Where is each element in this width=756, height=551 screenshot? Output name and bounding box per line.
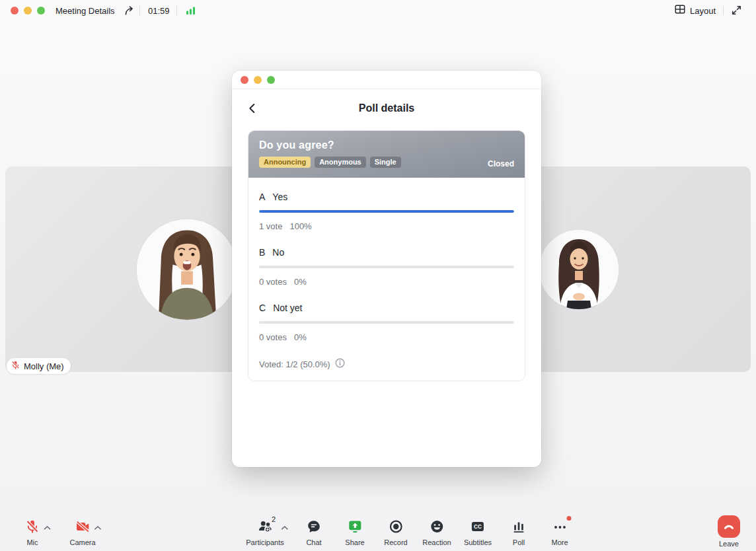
poll-minimize-traffic-light[interactable]	[254, 76, 262, 84]
chat-button-label: Chat	[306, 538, 321, 546]
voted-summary-row: Voted: 1/2 (50.0%)	[259, 358, 514, 370]
poll-details-window: Poll details Do you agree? Announcing An…	[232, 71, 541, 467]
poll-window-titlebar	[232, 71, 541, 89]
fullscreen-expand-icon[interactable]	[731, 5, 742, 18]
poll-header: Poll details	[232, 89, 541, 128]
participants-button-label: Participants	[246, 538, 284, 546]
share-button-label: Share	[345, 538, 364, 546]
svg-text:CC: CC	[474, 524, 482, 530]
poll-zoom-traffic-light[interactable]	[267, 76, 275, 84]
option-percent: 100%	[289, 221, 311, 231]
option-key: A	[259, 192, 265, 202]
poll-option-row: C Not yet 0 votes 0%	[259, 303, 514, 342]
record-button-label: Record	[384, 538, 407, 546]
meeting-window: Meeting Details 01:59	[0, 0, 756, 551]
chat-icon	[306, 519, 322, 537]
divider	[176, 6, 177, 15]
option-label: Not yet	[273, 303, 302, 313]
poll-close-traffic-light[interactable]	[241, 76, 248, 84]
reaction-button[interactable]: Reaction	[422, 519, 451, 546]
announcing-badge: Announcing	[259, 157, 311, 168]
subtitles-button-label: Subtitles	[464, 538, 492, 546]
poll-card-body: A Yes 1 vote 100% B No	[248, 178, 525, 381]
chat-button[interactable]: Chat	[306, 519, 322, 546]
participants-icon	[257, 519, 273, 537]
more-button[interactable]: More	[551, 519, 568, 546]
poll-bar-fill	[259, 210, 514, 213]
more-dots-icon	[552, 519, 568, 537]
self-name-badge: Molly (Me)	[7, 358, 71, 374]
poll-card: Do you agree? Announcing Anonymous Singl…	[248, 130, 525, 381]
mic-muted-icon	[11, 360, 20, 372]
divider	[139, 6, 140, 15]
mic-muted-icon	[24, 519, 40, 537]
reaction-smiley-icon	[429, 519, 445, 537]
meeting-title: Meeting Details	[56, 6, 115, 16]
zoom-traffic-light[interactable]	[37, 7, 45, 15]
mic-options-chevron[interactable]	[44, 521, 51, 533]
control-bar: Mic Camera	[0, 509, 756, 551]
layout-button[interactable]: Layout	[674, 3, 716, 18]
poll-window-title: Poll details	[359, 102, 414, 114]
poll-bar-track	[259, 210, 514, 213]
avatar-remote	[539, 230, 619, 309]
share-button[interactable]: Share	[345, 519, 364, 546]
camera-muted-icon	[75, 519, 91, 537]
participants-button[interactable]: 2 Participants	[246, 519, 284, 546]
record-button[interactable]: Record	[384, 519, 407, 546]
poll-option-row: B No 0 votes 0%	[259, 247, 514, 287]
participants-options-chevron[interactable]	[281, 521, 288, 533]
poll-status-closed: Closed	[488, 159, 514, 168]
option-votes: 1 vote	[259, 221, 282, 231]
leave-button-label: Leave	[719, 540, 739, 548]
option-label: No	[272, 247, 284, 258]
network-signal-icon[interactable]	[186, 5, 196, 18]
subtitles-button[interactable]: CC Subtitles	[464, 519, 492, 546]
subtitles-cc-icon: CC	[470, 519, 486, 537]
avatar-self	[137, 219, 237, 320]
option-percent: 0%	[294, 277, 307, 287]
camera-button-label: Camera	[69, 538, 95, 546]
back-button[interactable]	[246, 102, 258, 114]
notification-dot	[566, 516, 571, 521]
poll-bar-track	[259, 266, 514, 268]
camera-options-chevron[interactable]	[94, 521, 101, 533]
poll-button[interactable]: Poll	[511, 519, 527, 546]
share-arrow-icon[interactable]	[124, 5, 134, 18]
divider	[723, 6, 724, 15]
poll-badges: Announcing Anonymous Single	[259, 157, 514, 168]
camera-button[interactable]: Camera	[69, 519, 95, 546]
poll-bar-chart-icon	[511, 519, 527, 537]
close-traffic-light[interactable]	[11, 7, 19, 15]
hangup-phone-icon	[718, 515, 740, 538]
layout-button-label: Layout	[690, 6, 716, 16]
option-percent: 0%	[294, 332, 307, 342]
option-votes: 0 votes	[259, 277, 287, 287]
more-button-label: More	[551, 538, 568, 546]
screen-share-icon	[347, 519, 363, 537]
minimize-traffic-light[interactable]	[24, 7, 32, 15]
single-badge: Single	[370, 157, 401, 168]
poll-option-row: A Yes 1 vote 100%	[259, 192, 514, 231]
self-name-label: Molly (Me)	[24, 361, 64, 371]
anonymous-badge: Anonymous	[315, 157, 366, 168]
poll-button-label: Poll	[513, 538, 525, 546]
info-icon[interactable]	[335, 358, 345, 370]
voted-summary: Voted: 1/2 (50.0%)	[259, 359, 330, 369]
participants-count-badge: 2	[272, 515, 276, 523]
poll-card-header: Do you agree? Announcing Anonymous Singl…	[248, 131, 525, 178]
option-key: B	[259, 247, 265, 258]
option-key: C	[259, 303, 266, 313]
record-icon	[388, 519, 404, 537]
meeting-timer: 01:59	[148, 6, 170, 16]
poll-bar-track	[259, 321, 514, 324]
reaction-button-label: Reaction	[422, 538, 451, 546]
mic-button-label: Mic	[26, 538, 38, 546]
leave-button[interactable]: Leave	[718, 515, 740, 548]
layout-grid-icon	[674, 3, 686, 18]
mic-button[interactable]: Mic	[24, 519, 40, 546]
poll-question: Do you agree?	[259, 139, 514, 151]
option-votes: 0 votes	[259, 332, 287, 342]
option-label: Yes	[272, 192, 287, 202]
top-bar: Meeting Details 01:59	[0, 0, 756, 21]
